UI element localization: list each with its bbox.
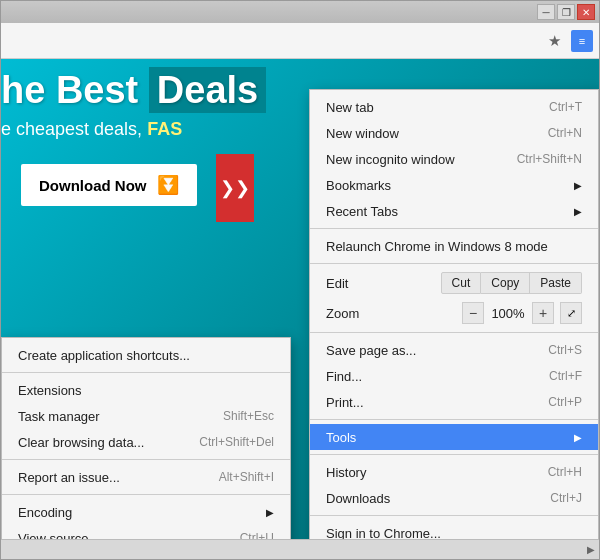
red-arrow-box: ❯❯ [216, 154, 254, 222]
page-content: he Best Deals e cheapest deals, FAS Down… [1, 59, 599, 539]
menu-item-incognito[interactable]: New incognito window Ctrl+Shift+N [310, 146, 598, 172]
headline-deals: Deals [149, 67, 266, 113]
copy-button[interactable]: Copy [481, 272, 530, 294]
menu-item-save-page[interactable]: Save page as... Ctrl+S [310, 337, 598, 363]
sub-sep-3 [2, 494, 290, 495]
sub-menu-item-report-issue[interactable]: Report an issue... Alt+Shift+I [2, 464, 290, 490]
menu-item-new-tab[interactable]: New tab Ctrl+T [310, 94, 598, 120]
cut-button[interactable]: Cut [441, 272, 482, 294]
tools-submenu: Create application shortcuts... Extensio… [1, 337, 291, 539]
restore-button[interactable]: ❐ [557, 4, 575, 20]
edit-row: Edit Cut Copy Paste [310, 268, 598, 298]
subheadline: e cheapest deals, FAS [1, 119, 182, 140]
minimize-button[interactable]: ─ [537, 4, 555, 20]
separator-5 [310, 454, 598, 455]
fas-text: FAS [147, 119, 182, 139]
zoom-level: 100% [490, 306, 526, 321]
menu-item-relaunch[interactable]: Relaunch Chrome in Windows 8 mode [310, 233, 598, 259]
sub-menu-item-view-source[interactable]: View source Ctrl+U [2, 525, 290, 539]
zoom-row: Zoom − 100% + ⤢ [310, 298, 598, 328]
menu-item-tools[interactable]: Tools ▶ [310, 424, 598, 450]
separator-2 [310, 263, 598, 264]
menu-item-find[interactable]: Find... Ctrl+F [310, 363, 598, 389]
title-bar: ─ ❐ ✕ [1, 1, 599, 23]
chrome-menu-icon[interactable]: ≡ [571, 30, 593, 52]
paste-button[interactable]: Paste [530, 272, 582, 294]
browser-window: ─ ❐ ✕ ★ ≡ he Best Deals e cheapest deals… [0, 0, 600, 560]
browser-toolbar: ★ ≡ [1, 23, 599, 59]
menu-item-history[interactable]: History Ctrl+H [310, 459, 598, 485]
sub-menu-item-encoding[interactable]: Encoding ▶ [2, 499, 290, 525]
sub-sep-2 [2, 459, 290, 460]
sub-menu-item-task-manager[interactable]: Task manager Shift+Esc [2, 403, 290, 429]
menu-item-bookmarks[interactable]: Bookmarks ▶ [310, 172, 598, 198]
separator-4 [310, 419, 598, 420]
sub-menu-item-app-shortcuts[interactable]: Create application shortcuts... [2, 342, 290, 368]
zoom-in-button[interactable]: + [532, 302, 554, 324]
sub-sep-1 [2, 372, 290, 373]
bookmark-icon[interactable]: ★ [543, 30, 565, 52]
main-menu: New tab Ctrl+T New window Ctrl+N New inc… [309, 89, 599, 539]
headline-part1: he Best [1, 69, 149, 111]
menu-item-recent-tabs[interactable]: Recent Tabs ▶ [310, 198, 598, 224]
menu-item-new-window[interactable]: New window Ctrl+N [310, 120, 598, 146]
separator-6 [310, 515, 598, 516]
menu-item-signin[interactable]: Sign in to Chrome... [310, 520, 598, 539]
bottom-bar: ▶ [1, 539, 599, 559]
scroll-right-icon: ▶ [587, 544, 595, 555]
zoom-out-button[interactable]: − [462, 302, 484, 324]
separator-3 [310, 332, 598, 333]
menu-item-downloads[interactable]: Downloads Ctrl+J [310, 485, 598, 511]
sub-menu-item-clear-browsing[interactable]: Clear browsing data... Ctrl+Shift+Del [2, 429, 290, 455]
fullscreen-button[interactable]: ⤢ [560, 302, 582, 324]
sub-menu-item-extensions[interactable]: Extensions [2, 377, 290, 403]
menu-item-print[interactable]: Print... Ctrl+P [310, 389, 598, 415]
close-button[interactable]: ✕ [577, 4, 595, 20]
separator-1 [310, 228, 598, 229]
download-button[interactable]: Download Now ⏬ [21, 164, 197, 206]
